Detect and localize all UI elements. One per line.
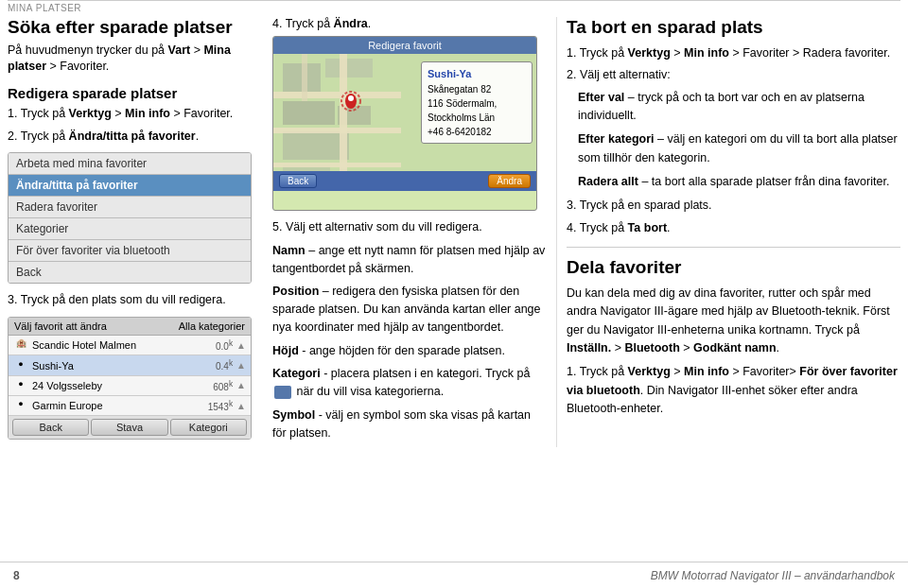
fav-icon-1: ● [13, 359, 28, 372]
menu-box: Arbeta med mina favoriter Ändra/titta på… [8, 152, 252, 284]
fav-header-right: Alla kategorier [179, 320, 245, 332]
map-andra-btn[interactable]: Ändra [488, 174, 531, 188]
fav-btn-stava[interactable]: Stava [91, 419, 167, 436]
right-column: Ta bort en sparad plats 1. Tryck på Verk… [556, 17, 900, 447]
fav-arrow-1: ▲ [236, 360, 246, 371]
term-symbol: Symbol [272, 408, 315, 422]
map-content: 300 Sushi-Ya Skånegatan 82 116 Södermalm… [273, 54, 536, 191]
menu-item-andra[interactable]: Ändra/titta på favoriter [9, 175, 251, 197]
right-step2-label: 2. Välj ett alternativ: [567, 66, 900, 84]
mid-body: 5. Välj ett alternativ som du vill redig… [272, 218, 547, 441]
right-step2-alt2: Efter kategori – välj en kategori om du … [567, 130, 900, 167]
fav-btn-back[interactable]: Back [12, 419, 89, 436]
fav-dist-0: 0.0k [195, 338, 233, 352]
fav-name-3: Garmin Europe [32, 400, 191, 411]
desc-namn: Namn – ange ett nytt namn för platsen me… [272, 242, 547, 278]
right-step2-alt1: Efter val – tryck på och ta bort var och… [567, 89, 900, 126]
menu-item-radera[interactable]: Radera favoriter [9, 197, 251, 218]
map-address2: 116 Södermalm, [428, 96, 526, 111]
fav-name-0: Scandic Hotel Malmen [32, 339, 191, 351]
right-section1-title: Ta bort en sparad plats [567, 17, 900, 39]
fav-list-header: Välj favorit att ändra Alla kategorier [9, 318, 251, 336]
section1-body: På huvudmenyn trycker du på Vart > Mina … [8, 43, 252, 76]
svg-point-17 [348, 95, 354, 101]
map-footer-bar: Back Ändra [273, 171, 536, 191]
fav-arrow-2: ▲ [236, 380, 246, 390]
svg-rect-9 [273, 128, 401, 133]
step2-text: 2. Tryck på Ändra/titta på favoriter. [8, 128, 252, 146]
desc-symbol: Symbol - välj en symbol som ska visas på… [272, 406, 547, 442]
right-section2-title: Dela favoriter [567, 257, 900, 279]
desc-position: Position – redigera den fysiska platsen … [272, 283, 547, 336]
fav-name-2: 24 Volgsseleby [32, 380, 191, 391]
svg-rect-10 [273, 163, 401, 167]
step3-text: 3. Tryck på den plats som du vill redige… [8, 291, 252, 309]
fav-row-2[interactable]: ● 24 Volgsseleby 608k ▲ [9, 376, 251, 396]
fav-dist-1: 0.4k [195, 358, 233, 372]
fav-arrow-3: ▲ [236, 401, 246, 411]
fav-icon-2: ● [13, 379, 28, 392]
book-title: BMW Motorrad Navigator III – användarhan… [651, 569, 895, 582]
fav-list: Välj favorit att ändra Alla kategorier 🏨… [8, 317, 252, 440]
svg-rect-11 [302, 54, 307, 101]
fav-dist-2: 608k [195, 379, 233, 392]
breadcrumb: Mina platser [0, 1, 908, 17]
step5-label: 5. Välj ett alternativ som du vill redig… [272, 218, 547, 236]
right-del-step1: 1. Tryck på Verktyg > Min info > Favorit… [567, 363, 900, 418]
desc-kategori: Kategori - placera platsen i en kategori… [272, 365, 547, 401]
right-section2-body: Du kan dela med dig av dina favoriter, r… [567, 285, 900, 358]
map-address4: +46 8-6420182 [428, 125, 526, 139]
map-place-name: Sushi-Ya [428, 66, 526, 82]
kategori-icon [274, 386, 291, 399]
fav-name-1: Sushi-Ya [32, 360, 191, 372]
bottom-bar: 8 BMW Motorrad Navigator III – användarh… [0, 562, 908, 588]
mid-column: 4. Tryck på Ändra. Redigera favorit [263, 17, 556, 447]
right-step4: 4. Tryck på Ta bort. [567, 219, 900, 237]
map-info-box: Sushi-Ya Skånegatan 82 116 Södermalm, St… [421, 61, 533, 144]
term-namn: Namn [272, 244, 306, 257]
svg-rect-8 [273, 92, 401, 98]
map-back-btn[interactable]: Back [279, 174, 317, 188]
term-hojd: Höjd [272, 344, 299, 357]
section-divider [567, 247, 900, 248]
section1-title: Söka efter sparade platser [8, 17, 252, 39]
fav-icon-3: ● [13, 399, 28, 412]
step4-label: 4. Tryck på Ändra. [272, 17, 547, 30]
step1-text: 1. Tryck på Verktyg > Min info > Favorit… [8, 105, 252, 123]
fav-btn-kategori[interactable]: Kategori [170, 419, 247, 436]
menu-item-arbeta[interactable]: Arbeta med mina favoriter [9, 153, 251, 175]
term-position: Position [272, 285, 319, 298]
left-column: Söka efter sparade platser På huvudmenyn… [8, 17, 263, 447]
fav-header-left: Välj favorit att ändra [14, 320, 107, 332]
map-box: Redigera favorit [272, 36, 537, 211]
svg-rect-3 [283, 101, 335, 125]
right-step1: 1. Tryck på Verktyg > Min info > Favorit… [567, 44, 900, 62]
menu-item-kategorier[interactable]: Kategorier [9, 218, 251, 240]
page-number: 8 [13, 569, 20, 582]
fav-dist-3: 1543k [195, 399, 233, 412]
svg-rect-4 [283, 131, 349, 160]
fav-list-footer: Back Stava Kategori [9, 416, 251, 439]
fav-row-0[interactable]: 🏨 Scandic Hotel Malmen 0.0k ▲ [9, 336, 251, 355]
right-step3: 3. Tryck på en sparad plats. [567, 197, 900, 215]
map-address1: Skånegatan 82 [428, 82, 526, 96]
fav-row-1[interactable]: ● Sushi-Ya 0.4k ▲ [9, 355, 251, 375]
svg-rect-2 [325, 59, 373, 78]
desc-hojd: Höjd - ange höjden för den sparade plats… [272, 342, 547, 360]
fav-row-3[interactable]: ● Garmin Europe 1543k ▲ [9, 396, 251, 416]
term-kategori: Kategori [272, 367, 321, 380]
section2-title: Redigera sparade platser [8, 85, 252, 101]
fav-arrow-0: ▲ [236, 340, 246, 351]
right-body: 1. Tryck på Verktyg > Min info > Favorit… [567, 44, 900, 419]
map-address3: Stockholms Län [428, 111, 526, 125]
menu-item-back[interactable]: Back [9, 262, 251, 283]
fav-icon-0: 🏨 [13, 338, 28, 352]
right-step2-alt3: Radera allt – ta bort alla sparade plats… [567, 173, 900, 191]
menu-item-bluetooth[interactable]: För över favoriter via bluetooth [9, 240, 251, 262]
map-header: Redigera favorit [273, 37, 536, 54]
